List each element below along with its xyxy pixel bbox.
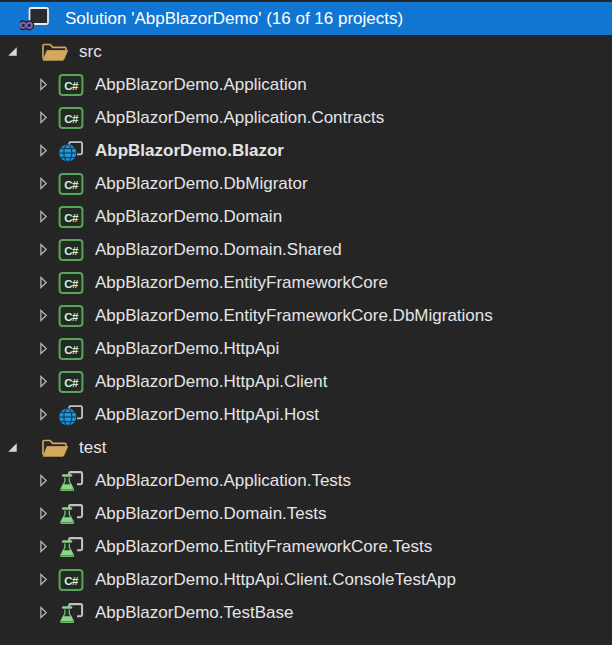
project-row-entityframeworkcore[interactable]: AbpBlazorDemo.EntityFrameworkCore — [0, 266, 612, 299]
project-row-domain-shared[interactable]: AbpBlazorDemo.Domain.Shared — [0, 233, 612, 266]
expander-right-icon[interactable] — [36, 176, 51, 191]
expander-right-icon[interactable] — [36, 209, 51, 224]
test-project-icon — [58, 535, 84, 559]
test-project-icon — [58, 601, 84, 625]
solution-row[interactable]: Solution 'AbpBlazorDemo' (16 of 16 proje… — [0, 2, 612, 35]
expander-right-icon[interactable] — [36, 242, 51, 257]
web-project-icon — [58, 139, 84, 163]
folder-label: test — [79, 431, 106, 464]
expander-right-icon[interactable] — [36, 77, 51, 92]
open-folder-icon — [40, 40, 69, 63]
project-label: AbpBlazorDemo.Domain.Tests — [95, 497, 326, 530]
expander-right-icon[interactable] — [36, 110, 51, 125]
expander-down-icon[interactable] — [5, 440, 20, 455]
project-label: AbpBlazorDemo.EntityFrameworkCore — [95, 266, 388, 299]
expander-right-icon[interactable] — [36, 407, 51, 422]
project-label: AbpBlazorDemo.HttpApi — [95, 332, 279, 365]
project-label: AbpBlazorDemo.HttpApi.Client.ConsoleTest… — [95, 563, 456, 596]
project-label: AbpBlazorDemo.HttpApi.Host — [95, 398, 319, 431]
expander-right-icon[interactable] — [36, 374, 51, 389]
project-row-httpapi-client[interactable]: AbpBlazorDemo.HttpApi.Client — [0, 365, 612, 398]
project-label: AbpBlazorDemo.Domain.Shared — [95, 233, 342, 266]
test-project-icon — [58, 502, 84, 526]
expander-right-icon[interactable] — [36, 308, 51, 323]
solution-label: Solution 'AbpBlazorDemo' (16 of 16 proje… — [65, 2, 403, 35]
csharp-project-icon — [58, 568, 84, 592]
project-row-httpapi[interactable]: AbpBlazorDemo.HttpApi — [0, 332, 612, 365]
test-project-icon — [58, 469, 84, 493]
csharp-project-icon — [58, 337, 84, 361]
folder-row-test[interactable]: test — [0, 431, 612, 464]
project-label: AbpBlazorDemo.EntityFrameworkCore.Tests — [95, 530, 432, 563]
csharp-project-icon — [58, 106, 84, 130]
csharp-project-icon — [58, 238, 84, 262]
project-row-application-tests[interactable]: AbpBlazorDemo.Application.Tests — [0, 464, 612, 497]
project-row-entityframeworkcore-tests[interactable]: AbpBlazorDemo.EntityFrameworkCore.Tests — [0, 530, 612, 563]
project-row-dbmigrator[interactable]: AbpBlazorDemo.DbMigrator — [0, 167, 612, 200]
project-row-testbase[interactable]: AbpBlazorDemo.TestBase — [0, 596, 612, 629]
csharp-project-icon — [58, 205, 84, 229]
project-label: AbpBlazorDemo.EntityFrameworkCore.DbMigr… — [95, 299, 493, 332]
solution-explorer-tree: Solution 'AbpBlazorDemo' (16 of 16 proje… — [0, 0, 612, 629]
csharp-project-icon — [58, 73, 84, 97]
project-label: AbpBlazorDemo.HttpApi.Client — [95, 365, 327, 398]
folder-label: src — [79, 35, 102, 68]
project-row-application-contracts[interactable]: AbpBlazorDemo.Application.Contracts — [0, 101, 612, 134]
project-label: AbpBlazorDemo.Application.Contracts — [95, 101, 384, 134]
project-row-entityframeworkcore-dbmigrations[interactable]: AbpBlazorDemo.EntityFrameworkCore.DbMigr… — [0, 299, 612, 332]
project-label: AbpBlazorDemo.Application — [95, 68, 307, 101]
project-label: AbpBlazorDemo.TestBase — [95, 596, 293, 629]
web-project-icon — [58, 403, 84, 427]
project-label: AbpBlazorDemo.DbMigrator — [95, 167, 308, 200]
expander-right-icon[interactable] — [36, 143, 51, 158]
expander-right-icon[interactable] — [36, 275, 51, 290]
expander-right-icon[interactable] — [36, 572, 51, 587]
project-label: AbpBlazorDemo.Domain — [95, 200, 282, 233]
csharp-project-icon — [58, 172, 84, 196]
project-row-consoletestapp[interactable]: AbpBlazorDemo.HttpApi.Client.ConsoleTest… — [0, 563, 612, 596]
csharp-project-icon — [58, 271, 84, 295]
project-row-domain[interactable]: AbpBlazorDemo.Domain — [0, 200, 612, 233]
folder-row-src[interactable]: src — [0, 35, 612, 68]
project-row-application[interactable]: AbpBlazorDemo.Application — [0, 68, 612, 101]
expander-right-icon[interactable] — [36, 341, 51, 356]
expander-right-icon[interactable] — [36, 506, 51, 521]
expander-right-icon[interactable] — [36, 539, 51, 554]
expander-right-icon[interactable] — [36, 473, 51, 488]
csharp-project-icon — [58, 304, 84, 328]
csharp-project-icon — [58, 370, 84, 394]
expander-down-icon[interactable] — [5, 44, 20, 59]
project-row-blazor[interactable]: AbpBlazorDemo.Blazor — [0, 134, 612, 167]
project-label: AbpBlazorDemo.Application.Tests — [95, 464, 351, 497]
expander-right-icon[interactable] — [36, 605, 51, 620]
open-folder-icon — [40, 436, 69, 459]
project-row-httpapi-host[interactable]: AbpBlazorDemo.HttpApi.Host — [0, 398, 612, 431]
visual-studio-solution-icon — [20, 6, 50, 32]
project-row-domain-tests[interactable]: AbpBlazorDemo.Domain.Tests — [0, 497, 612, 530]
project-label: AbpBlazorDemo.Blazor — [95, 134, 284, 167]
